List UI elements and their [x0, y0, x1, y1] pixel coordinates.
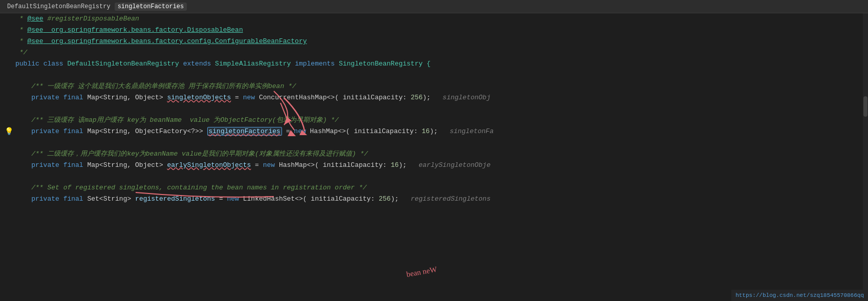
code-line-10: /** 三级缓存 该map用户缓存 key为 beanName value 为O… — [0, 115, 868, 126]
code-content-10: /** 三级缓存 该map用户缓存 key为 beanName value 为O… — [15, 115, 868, 126]
code-line-14: private final Map<String, Object> earlyS… — [0, 160, 868, 171]
code-content-7: /** 一级缓存 这个就是我们大名鼎鼎的单例缓存池 用于保存我们所有的单实例be… — [15, 81, 868, 92]
line-indicator-11: 💡 — [4, 126, 13, 137]
code-content-3: * @see org.springframework.beans.factory… — [15, 36, 868, 47]
code-content-11: private final Map<String, ObjectFactory<… — [15, 126, 868, 137]
code-line-17: private final Set<String> registeredSing… — [0, 193, 868, 205]
code-line-11: 💡 private final Map<String, ObjectFactor… — [0, 126, 868, 137]
code-line-5: public class DefaultSingletonBeanRegistr… — [0, 58, 868, 70]
code-line-3: * @see org.springframework.beans.factory… — [0, 36, 868, 47]
code-line-1: * @see #registerDisposableBean — [0, 13, 868, 25]
code-content-1: * @see #registerDisposableBean — [15, 13, 868, 25]
code-content-2: * @see org.springframework.beans.factory… — [15, 25, 868, 36]
code-content-17: private final Set<String> registeredSing… — [15, 193, 868, 205]
code-line-12 — [0, 137, 868, 148]
scrollbar-track[interactable] — [863, 13, 868, 290]
scrollbar-thumb[interactable] — [863, 96, 867, 117]
code-line-13: /** 二级缓存，用户缓存我们的key为beanName value是我们的早期… — [0, 148, 868, 160]
code-line-2: * @see org.springframework.beans.factory… — [0, 25, 868, 36]
code-content-14: private final Map<String, Object> earlyS… — [15, 160, 868, 171]
code-content-5: public class DefaultSingletonBeanRegistr… — [15, 58, 868, 70]
code-content-4: */ — [15, 47, 868, 58]
status-bar: https://blog.csdn.net/szq18545570866qq — [731, 290, 868, 301]
code-line-6 — [0, 70, 868, 81]
code-content-13: /** 二级缓存，用户缓存我们的key为beanName value是我们的早期… — [15, 148, 868, 160]
breadcrumb-bar: DefaultSingletonBeanRegistry singletonFa… — [0, 0, 868, 13]
code-area: * @see #registerDisposableBean * @see or… — [0, 13, 868, 290]
editor-container: DefaultSingletonBeanRegistry singletonFa… — [0, 0, 868, 301]
code-line-7: /** 一级缓存 这个就是我们大名鼎鼎的单例缓存池 用于保存我们所有的单实例be… — [0, 81, 868, 92]
code-line-16: /** Set of registered singletons, contai… — [0, 182, 868, 193]
code-line-8: private final Map<String, Object> single… — [0, 92, 868, 103]
code-line-15 — [0, 171, 868, 182]
code-content-8: private final Map<String, Object> single… — [15, 92, 868, 103]
status-url[interactable]: https://blog.csdn.net/szq18545570866qq — [735, 292, 864, 298]
code-line-4: */ — [0, 47, 868, 58]
code-content-16: /** Set of registered singletons, contai… — [15, 182, 868, 193]
bulb-icon[interactable]: 💡 — [5, 126, 13, 137]
breadcrumb-class[interactable]: DefaultSingletonBeanRegistry — [4, 3, 114, 11]
code-line-9 — [0, 103, 868, 115]
breadcrumb-method[interactable]: singletonFactories — [115, 3, 187, 11]
